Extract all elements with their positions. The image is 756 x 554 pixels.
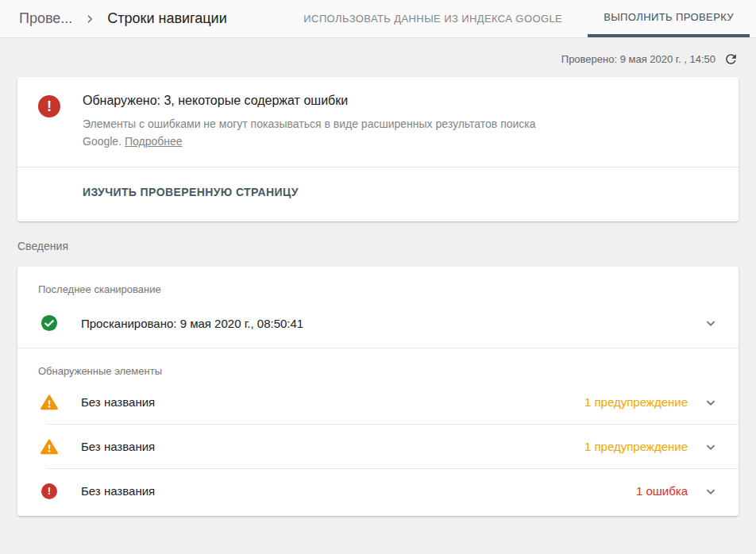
summary-texts: Обнаружено: 3, некоторые содержат ошибки… xyxy=(83,94,575,150)
detected-items-header: Обнаруженные элементы xyxy=(17,348,739,380)
crawl-row[interactable]: Просканировано: 9 мая 2020 г., 08:50:41 xyxy=(17,298,739,348)
chevron-down-icon[interactable] xyxy=(702,394,719,411)
status-line: Проверено: 9 мая 2020 г. , 14:50 xyxy=(17,38,739,77)
topbar: Прове... Строки навигации ИСПОЛЬЗОВАТЬ Д… xyxy=(0,0,756,38)
tab-run-test[interactable]: ВЫПОЛНИТЬ ПРОВЕРКУ xyxy=(588,0,750,37)
chevron-down-icon[interactable] xyxy=(702,314,719,332)
tab-bar: ИСПОЛЬЗОВАТЬ ДАННЫЕ ИЗ ИНДЕКСА GOOGLE ВЫ… xyxy=(291,0,756,37)
tab-use-index-data[interactable]: ИСПОЛЬЗОВАТЬ ДАННЫЕ ИЗ ИНДЕКСА GOOGLE xyxy=(291,0,575,37)
detected-item-row[interactable]: ! Без названия 1 ошибка xyxy=(17,469,739,513)
chevron-down-icon[interactable] xyxy=(702,483,719,500)
warning-triangle-icon xyxy=(38,437,60,456)
detected-item-row[interactable]: Без названия 1 предупреждение xyxy=(17,425,739,468)
warning-triangle-icon xyxy=(38,393,60,412)
view-tested-page-button[interactable]: ИЗУЧИТЬ ПРОВЕРЕННУЮ СТРАНИЦУ xyxy=(83,183,299,202)
error-icon: ! xyxy=(38,483,60,499)
chevron-right-icon xyxy=(83,13,96,25)
summary-title: Обнаружено: 3, некоторые содержат ошибки xyxy=(83,94,575,108)
checked-timestamp: Проверено: 9 мая 2020 г. , 14:50 xyxy=(561,53,716,65)
detected-item-row[interactable]: Без названия 1 предупреждение xyxy=(17,380,739,424)
breadcrumb-root[interactable]: Прове... xyxy=(19,10,72,27)
last-crawl-header: Последнее сканирование xyxy=(17,267,739,298)
refresh-icon[interactable] xyxy=(723,52,739,67)
breadcrumb-current: Строки навигации xyxy=(107,10,226,27)
item-status: 1 ошибка xyxy=(636,484,688,498)
summary-card: ! Обнаружено: 3, некоторые содержат ошиб… xyxy=(17,77,739,221)
main-content: Проверено: 9 мая 2020 г. , 14:50 ! Обнар… xyxy=(0,38,756,516)
crawl-text: Просканировано: 9 мая 2020 г., 08:50:41 xyxy=(81,317,303,330)
check-circle-icon xyxy=(38,314,60,332)
breadcrumb: Прове... Строки навигации xyxy=(19,0,227,37)
error-icon: ! xyxy=(38,95,60,117)
item-status: 1 предупреждение xyxy=(584,440,688,453)
item-name: Без названия xyxy=(81,440,155,453)
details-section-label: Сведения xyxy=(17,240,739,252)
item-name: Без названия xyxy=(81,395,155,409)
summary-actions: ИЗУЧИТЬ ПРОВЕРЕННУЮ СТРАНИЦУ xyxy=(17,167,739,221)
item-status: 1 предупреждение xyxy=(584,395,688,409)
summary-main: ! Обнаружено: 3, некоторые содержат ошиб… xyxy=(17,77,739,167)
details-card: Последнее сканирование Просканировано: 9… xyxy=(17,267,739,516)
summary-description: Элементы с ошибками не могут показыватьс… xyxy=(83,115,575,150)
learn-more-link[interactable]: Подробнее xyxy=(125,135,183,148)
chevron-down-icon[interactable] xyxy=(702,438,719,456)
item-name: Без названия xyxy=(81,484,155,498)
